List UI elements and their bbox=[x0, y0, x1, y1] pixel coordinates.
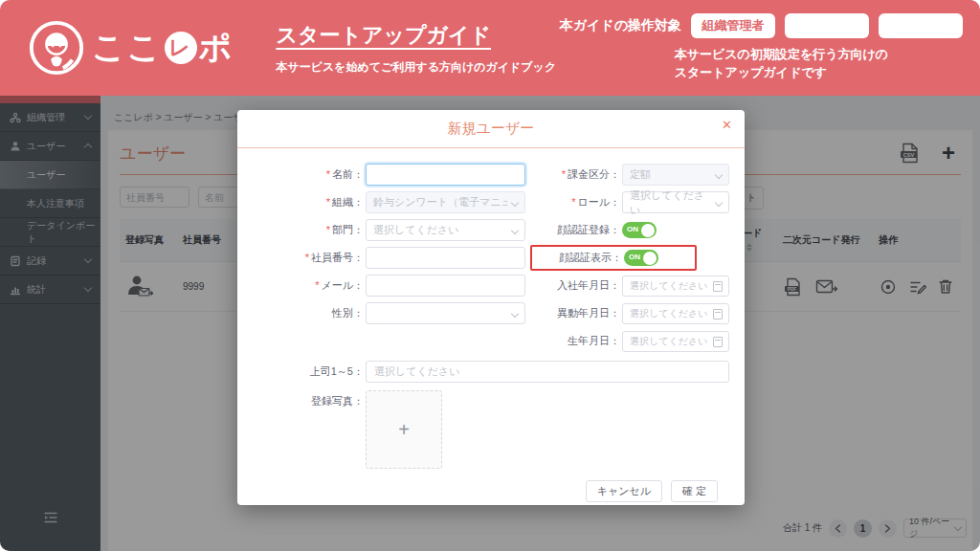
modal-footer: キャンセル 確 定 bbox=[251, 469, 731, 502]
billing-label: *課金区分： bbox=[530, 167, 622, 182]
logo-wordmark: ここ レ ポ bbox=[92, 26, 234, 70]
gender-select[interactable] bbox=[366, 302, 525, 324]
gender-label: 性別： bbox=[251, 306, 366, 320]
join-date-picker[interactable]: 選択してください bbox=[622, 276, 729, 297]
calendar-icon bbox=[713, 337, 723, 347]
role-select[interactable]: 選択してください bbox=[622, 191, 729, 213]
name-label: *名前： bbox=[251, 167, 366, 182]
logo-text-after: ポ bbox=[199, 26, 234, 70]
chevron-down-icon bbox=[511, 310, 519, 318]
brand-logo: ここ レ ポ bbox=[27, 18, 234, 77]
guide-heading: スタートアップガイド 本サービスを始めてご利用する方向けのガイドブック bbox=[276, 21, 556, 76]
cancel-button[interactable]: キャンセル bbox=[586, 480, 662, 502]
email-input[interactable] bbox=[366, 275, 525, 297]
chevron-down-icon bbox=[511, 199, 519, 207]
app-header: ここ レ ポ スタートアップガイド 本サービスを始めてご利用する方向けのガイドブ… bbox=[0, 0, 980, 96]
target-badge-org-admin: 組織管理者 bbox=[691, 13, 775, 38]
target-description: 本サービスの初期設定を行う方向けの スタートアップガイドです bbox=[675, 46, 963, 82]
content-area: 組織管理 ユーザー ユーザー 本人注意事項 データインポート 記録 bbox=[0, 96, 980, 551]
guide-title: スタートアップガイド bbox=[276, 21, 556, 50]
guide-target-panel: 本ガイドの操作対象 組織管理者 本サービスの初期設定を行う方向けの スタートアッ… bbox=[560, 13, 963, 82]
employee-no-label: *社員番号： bbox=[251, 251, 366, 265]
birth-date-label: 生年月日： bbox=[530, 334, 622, 348]
upload-plus-icon: + bbox=[398, 419, 410, 441]
face-display-highlight-box: 顔認証表示： ON bbox=[530, 245, 697, 271]
logo-circle-char: レ bbox=[165, 32, 197, 64]
billing-select: 定額 bbox=[622, 164, 729, 186]
face-register-toggle[interactable]: ON bbox=[622, 222, 657, 238]
employee-no-input[interactable] bbox=[366, 247, 525, 269]
department-select[interactable]: 選択してください bbox=[366, 219, 525, 241]
transfer-date-picker[interactable]: 選択してください bbox=[622, 303, 729, 324]
modal-header: 新規ユーザー ✕ bbox=[237, 110, 745, 148]
boss-label: 上司1～5： bbox=[251, 364, 366, 379]
boss-select[interactable]: 選択してください bbox=[366, 361, 729, 383]
face-display-toggle[interactable]: ON bbox=[624, 250, 658, 266]
target-badge-3 bbox=[879, 13, 963, 38]
name-input[interactable] bbox=[366, 164, 525, 186]
calendar-icon bbox=[713, 281, 723, 292]
modal-body: *名前： *課金区分： 定額 *組織： 鈴与シンワート（電子マニュアル） *ロー… bbox=[237, 148, 745, 502]
modal-title: 新規ユーザー bbox=[448, 120, 535, 138]
department-label: *部門： bbox=[251, 223, 366, 237]
email-label: *メール： bbox=[251, 278, 366, 293]
close-icon[interactable]: ✕ bbox=[722, 119, 732, 131]
join-date-label: 入社年月日： bbox=[530, 278, 622, 293]
mascot-icon bbox=[27, 18, 86, 77]
app-viewport: ここ レ ポ スタートアップガイド 本サービスを始めてご利用する方向けのガイドブ… bbox=[0, 0, 980, 551]
target-label: 本ガイドの操作対象 bbox=[560, 17, 681, 34]
birth-date-picker[interactable]: 選択してください bbox=[622, 331, 729, 352]
chevron-down-icon bbox=[511, 227, 519, 234]
target-badge-2 bbox=[785, 13, 869, 38]
face-register-label: 顔認証登録： bbox=[530, 223, 622, 237]
org-label: *組織： bbox=[251, 195, 366, 209]
face-display-label: 顔認証表示： bbox=[532, 251, 624, 265]
chevron-down-icon bbox=[715, 199, 723, 207]
photo-label: 登録写真： bbox=[251, 390, 366, 408]
guide-subtitle: 本サービスを始めてご利用する方向けのガイドブック bbox=[276, 59, 556, 76]
logo-text-before: ここ bbox=[92, 26, 163, 70]
org-select: 鈴与シンワート（電子マニュアル） bbox=[366, 191, 525, 213]
confirm-button[interactable]: 確 定 bbox=[671, 480, 718, 502]
new-user-modal: 新規ユーザー ✕ *名前： *課金区分： 定額 *組織： bbox=[237, 110, 745, 505]
calendar-icon bbox=[713, 309, 723, 320]
chevron-down-icon bbox=[715, 171, 723, 179]
photo-upload-box[interactable]: + bbox=[366, 390, 442, 469]
role-label: *ロール： bbox=[530, 195, 622, 209]
transfer-date-label: 異動年月日： bbox=[530, 306, 622, 320]
